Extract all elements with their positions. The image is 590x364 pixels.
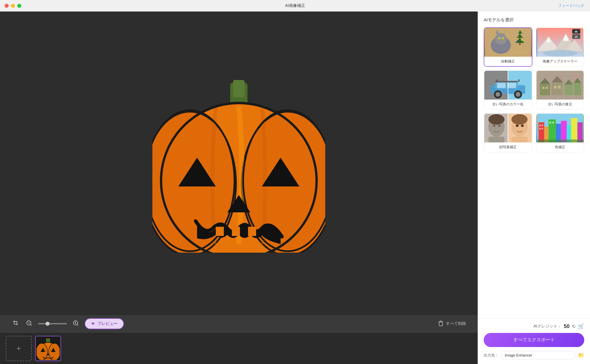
toolbar-left: 👁 プレビュー: [12, 318, 124, 329]
svg-rect-92: [488, 137, 504, 142]
model-img-face: [484, 114, 532, 142]
model-img-colorize: [484, 71, 532, 100]
svg-rect-102: [571, 118, 577, 142]
thumbnail-pumpkin: [37, 337, 60, 360]
model-section: AIモデルを選択: [478, 12, 590, 318]
svg-text:♥: ♥: [577, 74, 578, 77]
zoom-out-icon[interactable]: [25, 319, 33, 329]
svg-rect-100: [561, 121, 567, 142]
model-section-title: AIモデルを選択: [484, 17, 584, 23]
svg-rect-13: [248, 227, 256, 236]
svg-point-85: [488, 114, 504, 125]
model-card-restore[interactable]: ♥ ♥ 古い写真の復元: [536, 70, 585, 110]
svg-rect-78: [554, 86, 557, 89]
close-button[interactable]: [5, 4, 9, 8]
svg-point-90: [516, 125, 519, 127]
preview-button[interactable]: 👁 プレビュー: [85, 318, 124, 329]
svg-rect-107: [542, 128, 543, 129]
cart-icon[interactable]: 🛒: [578, 323, 584, 329]
refresh-icon[interactable]: ↻: [572, 324, 576, 329]
filmstrip-thumbnail[interactable]: [35, 336, 61, 361]
zoom-slider[interactable]: [38, 323, 67, 324]
svg-text:2k: 2k: [575, 35, 578, 38]
svg-rect-11: [216, 227, 224, 236]
credits-row: AIクレジット： 50 ↻ 🛒: [484, 323, 584, 329]
svg-text:8k: 8k: [575, 30, 578, 33]
main-layout: 👁 プレビュー すべて削除 +: [0, 12, 590, 364]
output-select[interactable]: Image Enhancer Desktop Downloads: [502, 351, 575, 359]
svg-rect-61: [497, 83, 506, 88]
svg-rect-65: [496, 79, 498, 82]
titlebar: AI画像補正 フィードバック: [0, 0, 590, 12]
model-label-auto: 自動補正: [484, 57, 532, 66]
model-grid: 自動補正: [484, 27, 584, 153]
svg-point-34: [502, 37, 504, 39]
maximize-button[interactable]: [17, 4, 21, 8]
feedback-link[interactable]: フィードバック: [558, 3, 584, 8]
zoom-in-icon[interactable]: [71, 319, 80, 329]
svg-line-18: [77, 324, 78, 325]
add-image-button[interactable]: +: [6, 336, 32, 361]
folder-icon[interactable]: 📁: [578, 352, 584, 359]
svg-rect-1: [233, 80, 245, 97]
svg-point-41: [517, 41, 518, 42]
svg-rect-12: [232, 227, 240, 236]
svg-rect-108: [549, 122, 551, 123]
svg-rect-104: [539, 125, 541, 126]
svg-rect-64: [495, 81, 518, 82]
export-button[interactable]: すべてエクスポート: [484, 333, 584, 347]
svg-point-48: [543, 50, 577, 57]
svg-rect-68: [540, 84, 550, 95]
model-card-color[interactable]: 色補正: [536, 113, 585, 153]
svg-rect-77: [546, 87, 548, 89]
credits-value: 50: [564, 323, 570, 329]
model-label-face: 顔写真補正: [484, 142, 532, 152]
filmstrip: +: [0, 332, 478, 364]
svg-rect-109: [552, 122, 554, 123]
delete-icon: [438, 321, 444, 327]
model-card-upscale[interactable]: 8k 2k 画像アップスケーラー: [536, 27, 585, 67]
svg-point-33: [498, 37, 500, 39]
preview-label: プレビュー: [97, 321, 118, 326]
model-label-color: 色補正: [536, 142, 584, 152]
toolbar-right[interactable]: すべて削除: [438, 321, 466, 327]
svg-point-89: [498, 125, 501, 127]
svg-rect-106: [539, 128, 541, 129]
right-panel: AIモデルを選択: [478, 12, 590, 364]
model-card-auto[interactable]: 自動補正: [484, 27, 532, 67]
traffic-lights: [5, 4, 21, 8]
pumpkin-svg: [152, 74, 325, 253]
delete-all-label: すべて削除: [446, 321, 466, 326]
svg-point-91: [521, 125, 524, 127]
model-img-color: [536, 114, 584, 142]
output-label: 出力先：: [484, 353, 499, 358]
bottom-panel: AIクレジット： 50 ↻ 🛒 すべてエクスポート 出力先： Image Enh…: [478, 318, 590, 364]
model-label-colorize: 古い写真のカラー化: [484, 100, 532, 109]
svg-point-88: [493, 125, 496, 127]
svg-point-40: [521, 39, 523, 41]
svg-rect-93: [511, 137, 527, 142]
minimize-button[interactable]: [11, 4, 15, 8]
toolbar: 👁 プレビュー すべて削除: [0, 315, 478, 332]
model-img-auto: [484, 28, 532, 57]
app-title: AI画像補正: [285, 3, 305, 8]
svg-point-87: [511, 114, 527, 125]
output-row: 出力先： Image Enhancer Desktop Downloads 📁: [484, 351, 584, 359]
svg-rect-70: [551, 82, 563, 95]
svg-rect-103: [577, 122, 583, 142]
crop-icon[interactable]: [12, 319, 20, 329]
svg-line-15: [30, 324, 31, 325]
model-card-face[interactable]: 顔写真補正: [484, 113, 532, 153]
plus-icon: +: [16, 344, 21, 353]
pumpkin-container: [138, 74, 340, 253]
svg-rect-110: [537, 140, 583, 142]
svg-rect-79: [558, 86, 561, 89]
svg-point-60: [516, 92, 520, 97]
image-viewport[interactable]: [0, 12, 478, 315]
svg-rect-76: [542, 87, 544, 89]
svg-rect-72: [564, 85, 573, 95]
model-label-upscale: 画像アップスケーラー: [536, 57, 584, 66]
model-card-colorize[interactable]: 古い写真のカラー化: [484, 70, 532, 110]
svg-rect-62: [507, 83, 516, 88]
svg-rect-105: [542, 125, 543, 126]
